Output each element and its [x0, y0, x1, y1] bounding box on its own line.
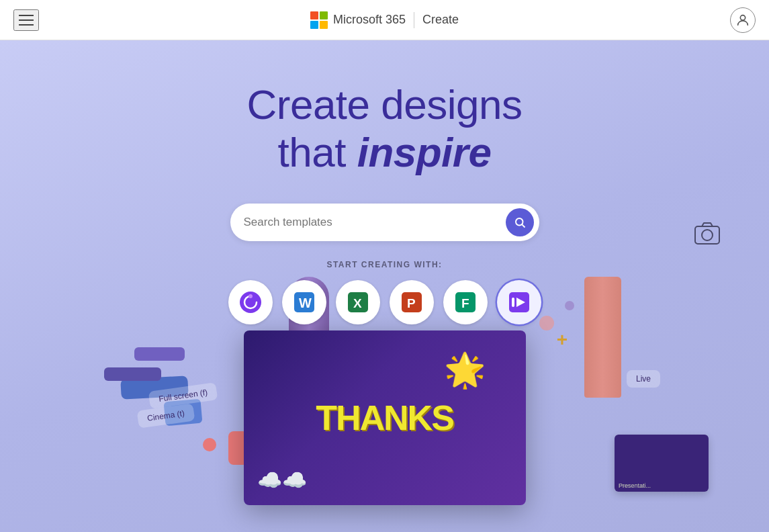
slide-star-emoji: 🌟	[444, 351, 486, 390]
svg-text:P: P	[407, 296, 416, 310]
svg-text:W: W	[299, 296, 312, 310]
hero-content: Create designs that inspire START CREATI…	[228, 40, 541, 324]
hero-heading: Create designs that inspire	[246, 81, 522, 177]
header-left	[13, 9, 39, 31]
powerpoint-icon: P	[400, 291, 423, 314]
search-icon	[514, 216, 526, 228]
deco-purple-rect-1	[134, 347, 185, 361]
deco-circle-1	[203, 438, 216, 451]
chip-cinema: Cinema (t)	[137, 403, 195, 428]
ms-logo-green	[320, 11, 328, 19]
svg-point-1	[516, 218, 523, 226]
deco-circle-3	[565, 301, 574, 310]
hamburger-line	[19, 19, 34, 21]
menu-button[interactable]	[13, 9, 39, 31]
hero-section: Create designs that inspire START CREATI…	[0, 40, 769, 532]
svg-line-2	[522, 224, 525, 227]
search-input[interactable]	[244, 216, 506, 229]
hero-heading-line2-plain: that	[278, 129, 357, 175]
deco-circle-2	[539, 316, 554, 330]
svg-rect-15	[512, 298, 514, 307]
header-right	[730, 7, 756, 33]
svg-point-4	[248, 294, 253, 298]
excel-icon: X	[347, 291, 369, 314]
svg-point-17	[702, 230, 713, 240]
slide-stack-label: Presentati...	[619, 482, 651, 489]
header-divider	[414, 12, 414, 28]
ms-logo-grid	[310, 11, 328, 29]
designer-icon	[239, 291, 262, 314]
app-icon-clipchamp[interactable]	[497, 280, 541, 324]
ms-logo-red	[310, 11, 318, 19]
svg-point-0	[740, 15, 745, 19]
ms-logo: Microsoft 365	[310, 11, 406, 29]
ms-logo-blue	[310, 21, 318, 29]
app-icons-row: W X P F	[228, 280, 541, 324]
deco-plus-sign: +	[557, 329, 568, 351]
chip-live: Live	[627, 370, 660, 388]
camera-icon	[692, 218, 722, 248]
hamburger-line	[19, 24, 34, 26]
svg-rect-16	[695, 226, 719, 244]
hamburger-line	[19, 15, 34, 16]
slide-main-text: THANKS	[316, 398, 453, 438]
forms-icon: F	[454, 291, 477, 314]
slide-mockup: 00:42 / 16:9 🌟 THANKS ☁️☁️	[244, 330, 526, 505]
app-icon-designer[interactable]	[228, 280, 273, 324]
ms365-label: Microsoft 365	[333, 13, 406, 27]
word-icon: W	[293, 291, 316, 314]
app-icon-word[interactable]: W	[282, 280, 326, 324]
hero-heading-inspire: inspire	[357, 129, 492, 175]
svg-text:X: X	[353, 296, 362, 310]
deco-purple-rect-2	[104, 367, 161, 381]
header: Microsoft 365 Create	[0, 0, 769, 40]
app-icon-excel[interactable]: X	[336, 280, 380, 324]
search-button[interactable]	[506, 208, 534, 236]
clipchamp-icon	[508, 291, 531, 314]
app-icon-forms[interactable]: F	[443, 280, 488, 324]
slide-clouds-emoji: ☁️☁️	[257, 468, 307, 492]
deco-salmon-column	[584, 277, 621, 398]
account-button[interactable]	[730, 7, 756, 33]
search-bar	[230, 204, 539, 241]
create-label: Create	[422, 13, 459, 27]
account-icon	[735, 13, 750, 28]
svg-text:F: F	[461, 296, 469, 310]
hero-heading-line1: Create designs	[246, 81, 522, 128]
header-center: Microsoft 365 Create	[310, 11, 459, 29]
app-icon-powerpoint[interactable]: P	[390, 280, 434, 324]
start-creating-label: START CREATING WITH:	[326, 260, 442, 269]
camera-button[interactable]	[692, 218, 722, 250]
ms-logo-yellow	[320, 21, 328, 29]
slide-stack-right: Presentati...	[615, 435, 709, 492]
